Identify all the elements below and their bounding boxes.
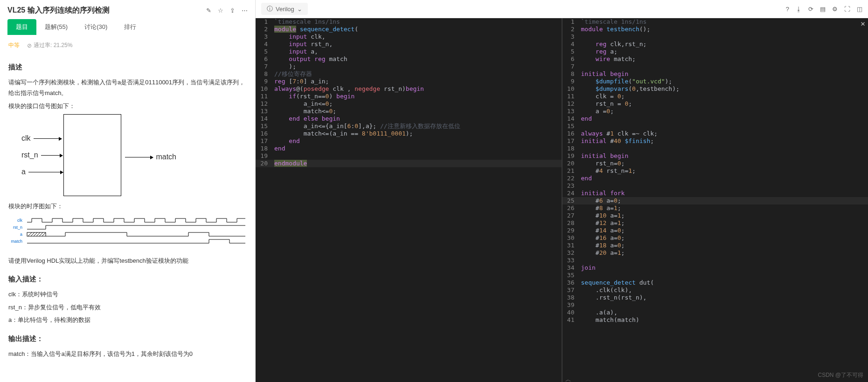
code-line[interactable]: 13 match<=0;	[256, 108, 562, 115]
code-line[interactable]: 14end	[562, 115, 868, 123]
fullscreen-icon[interactable]: ⛶	[844, 6, 850, 13]
code-line[interactable]: 13 a =0;	[562, 108, 868, 115]
code-line[interactable]: 25 #6 a=0;	[562, 197, 868, 205]
code-line[interactable]: 1`timescale 1ns/1ns	[562, 18, 868, 26]
split-icon[interactable]: ◫	[857, 6, 862, 13]
code-line[interactable]: 36sequence_detect dut(	[562, 279, 868, 286]
code-line[interactable]: 8initial begin	[562, 70, 868, 78]
code-line[interactable]: 31 #18 a=0;	[562, 242, 868, 249]
settings-icon[interactable]: ⚙	[832, 6, 838, 13]
code-line[interactable]: 38 .rst_n(rst_n),	[562, 294, 868, 301]
download-icon[interactable]: ⭳	[796, 6, 802, 13]
code-line[interactable]: 39	[562, 301, 868, 309]
share-icon[interactable]: ⇪	[230, 7, 235, 14]
code-line[interactable]: 4 input rst_n,	[256, 41, 562, 48]
code-line[interactable]: 7 );	[256, 63, 562, 70]
star-icon[interactable]: ☆	[218, 7, 223, 14]
input-line-2: rst_n：异步复位信号，低电平有效	[8, 302, 247, 313]
code-line[interactable]: 17 end	[256, 137, 562, 145]
port-rstn: rst_n	[21, 149, 38, 162]
code-toolbar: ⓘ Verilog ⌄ ? ⭳ ⟳ ▤ ⚙ ⛶ ◫	[256, 0, 868, 18]
tab-rank[interactable]: 排行	[116, 19, 145, 35]
code-line[interactable]: 3 input clk,	[256, 33, 562, 41]
desc-port-hint: 模块的接口信号图如下：	[8, 101, 247, 111]
code-line[interactable]: 2module testbench();	[562, 26, 868, 33]
port-a: a	[21, 165, 26, 179]
code-line[interactable]: 26 #8 a=1;	[562, 205, 868, 212]
code-line[interactable]: 5 reg a;	[562, 48, 868, 55]
output-line: match：当输入信号a满足目标序列，该信号为1，其余时刻该信号为0	[8, 348, 247, 359]
code-line[interactable]: 6 wire match;	[562, 55, 868, 63]
code-line[interactable]: 1`timescale 1ns/1ns	[256, 18, 562, 26]
tab-problem[interactable]: 题目	[7, 19, 36, 35]
pass-rate: ⊘ 通过率: 21.25%	[27, 41, 72, 49]
code-line[interactable]: 18	[562, 145, 868, 152]
drag-handle-icon[interactable]: ︿	[562, 378, 575, 381]
edit-icon[interactable]: ✎	[206, 7, 211, 14]
code-line[interactable]: 15	[562, 123, 868, 130]
code-line[interactable]: 18end	[256, 145, 562, 152]
code-line[interactable]: 5 input a,	[256, 48, 562, 55]
impl-hint: 请使用Verilog HDL实现以上功能，并编写testbench验证模块的功能	[8, 255, 247, 266]
difficulty-badge: 中等	[8, 41, 20, 49]
code-line[interactable]: 16always #1 clk =~ clk;	[562, 130, 868, 137]
code-line[interactable]: 6 output reg match	[256, 55, 562, 63]
refresh-icon[interactable]: ⟳	[808, 6, 813, 13]
code-line[interactable]: 20endmodule	[256, 160, 562, 167]
tab-discuss[interactable]: 讨论(30)	[76, 19, 116, 35]
code-line[interactable]: 9reg [7:0] a_in;	[256, 78, 562, 85]
code-line[interactable]: 3	[562, 33, 868, 41]
svg-text:clk: clk	[17, 218, 22, 223]
info-icon: ⓘ	[267, 5, 273, 13]
code-line[interactable]: 12 a_in<=0;	[256, 100, 562, 108]
editor-right[interactable]: ✕ 1`timescale 1ns/1ns2module testbench()…	[562, 18, 868, 382]
code-line[interactable]: 7	[562, 63, 868, 70]
check-icon: ⊘	[27, 42, 32, 49]
language-select[interactable]: ⓘ Verilog ⌄	[261, 3, 308, 15]
code-line[interactable]: 34join	[562, 264, 868, 272]
code-line[interactable]: 11 if(rst_n==0) begin	[256, 93, 562, 100]
code-line[interactable]: 17initial #40 $finish;	[562, 137, 868, 145]
desc-text: 请编写一个序列检测模块，检测输入信号a是否满足01110001序列，当信号满足该…	[8, 77, 247, 99]
code-line[interactable]: 10 $dumpvars(0,testbench);	[562, 85, 868, 93]
tab-solutions[interactable]: 题解(55)	[36, 19, 76, 35]
close-icon[interactable]: ✕	[861, 20, 865, 27]
notes-icon[interactable]: ▤	[820, 6, 826, 13]
watermark: CSDN @了不可得	[818, 371, 863, 379]
code-line[interactable]: 2module sequence_detect(	[256, 26, 562, 33]
desc-heading: 描述	[8, 61, 247, 73]
code-line[interactable]: 21 #4 rst_n=1;	[562, 167, 868, 175]
code-line[interactable]: 37 .clk(clk),	[562, 286, 868, 294]
code-line[interactable]: 8//移位寄存器	[256, 70, 562, 78]
editor-left[interactable]: 1`timescale 1ns/1ns2module sequence_dete…	[256, 18, 562, 382]
code-line[interactable]: 23	[562, 182, 868, 190]
code-line[interactable]: 16 match<=(a_in == 8'b0111_0001);	[256, 130, 562, 137]
code-line[interactable]: 35	[562, 272, 868, 279]
timing-diagram: clk rst_n a match	[8, 216, 246, 248]
code-line[interactable]: 20 rst_n=0;	[562, 160, 868, 167]
code-line[interactable]: 22end	[562, 175, 868, 182]
code-line[interactable]: 33	[562, 257, 868, 264]
help-icon[interactable]: ?	[786, 6, 789, 13]
code-line[interactable]: 29 #14 a=0;	[562, 227, 868, 234]
code-line[interactable]: 12 rst_n = 0;	[562, 100, 868, 108]
code-line[interactable]: 14 end else begin	[256, 115, 562, 123]
code-line[interactable]: 32 #20 a=1;	[562, 249, 868, 257]
code-line[interactable]: 28 #12 a=1;	[562, 219, 868, 227]
code-line[interactable]: 10always@(posedge clk , negedge rst_n)be…	[256, 85, 562, 93]
code-line[interactable]: 19initial begin	[562, 152, 868, 160]
code-line[interactable]: 27 #10 a=1;	[562, 212, 868, 219]
code-line[interactable]: 15 a_in<={a_in[6:0],a}; //注意新移入数据存放在低位	[256, 123, 562, 130]
code-line[interactable]: 24initial fork	[562, 190, 868, 197]
code-line[interactable]: 30 #16 a=0;	[562, 234, 868, 242]
output-heading: 输出描述：	[8, 332, 247, 345]
code-line[interactable]: 11 clk = 0;	[562, 93, 868, 100]
code-line[interactable]: 4 reg clk,rst_n;	[562, 41, 868, 48]
problem-header-icons: ✎ ☆ ⇪ ⋯	[206, 7, 248, 14]
code-line[interactable]: 40 .a(a),	[562, 309, 868, 316]
code-line[interactable]: 9 $dumpfile("out.vcd");	[562, 78, 868, 85]
more-icon[interactable]: ⋯	[242, 7, 248, 14]
code-line[interactable]: 41 match(match)	[562, 316, 868, 324]
code-line[interactable]: 19	[256, 152, 562, 160]
problem-tabs: 题目 题解(55) 讨论(30) 排行	[0, 19, 255, 35]
